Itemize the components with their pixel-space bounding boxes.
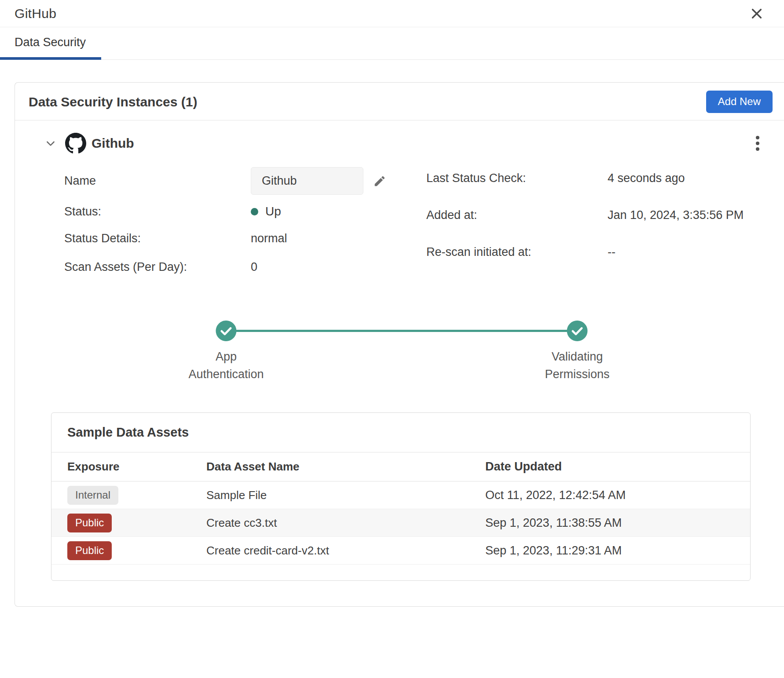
instance-details-left: Name Status: Up Status Details: normal: [64, 167, 426, 282]
data-security-instances-card: Data Security Instances (1) Add New Gith…: [15, 82, 784, 607]
step-app-authentication: App Authentication: [188, 320, 264, 383]
stepper-connector-line: [226, 330, 577, 332]
asset-name: Sample File: [206, 488, 485, 502]
table-row: Public Create cc3.txt Sep 1, 2023, 11:38…: [51, 509, 750, 537]
instances-card-header: Data Security Instances (1) Add New: [15, 83, 784, 120]
asset-name: Create credit-card-v2.txt: [206, 544, 485, 558]
close-icon: [750, 7, 764, 21]
edit-name-button[interactable]: [373, 175, 386, 188]
sample-data-assets-panel: Sample Data Assets Exposure Data Asset N…: [51, 412, 751, 581]
assets-table-body: Internal Sample File Oct 11, 2022, 12:42…: [51, 481, 750, 565]
check-circle-icon: [216, 320, 237, 342]
instance-row-header: Github: [15, 120, 784, 161]
exposure-badge: Internal: [67, 486, 118, 505]
table-row: Internal Sample File Oct 11, 2022, 12:42…: [51, 481, 750, 509]
status-details-value: normal: [251, 232, 287, 245]
step-label-line2: Permissions: [545, 365, 609, 383]
step-validating-permissions: Validating Permissions: [545, 320, 609, 383]
rescan-initiated-value: --: [608, 245, 615, 259]
check-circle-icon: [566, 320, 588, 342]
sample-data-assets-title: Sample Data Assets: [51, 413, 750, 452]
setup-progress-stepper: App Authentication Validating Permission…: [15, 303, 784, 382]
exposure-badge: Public: [67, 514, 112, 532]
asset-date: Sep 1, 2023, 11:29:31 AM: [485, 544, 750, 558]
instance-name: Github: [92, 136, 134, 151]
column-data-asset-name: Data Asset Name: [206, 460, 485, 474]
name-input[interactable]: [251, 167, 363, 195]
column-exposure: Exposure: [51, 460, 206, 474]
added-at-label: Added at:: [426, 208, 608, 222]
status-value: Up: [265, 204, 281, 219]
instances-card-title: Data Security Instances (1): [29, 95, 197, 109]
status-label: Status:: [64, 205, 251, 219]
name-label: Name: [64, 174, 251, 188]
status-up-dot-icon: [251, 208, 258, 215]
column-date-updated: Date Updated: [485, 460, 750, 474]
step-label-line1: App: [188, 348, 264, 365]
pencil-icon: [373, 175, 386, 188]
asset-name: Create cc3.txt: [206, 516, 485, 530]
scan-assets-value: 0: [251, 260, 257, 274]
last-status-check-label: Last Status Check:: [426, 171, 608, 185]
tab-data-security[interactable]: Data Security: [0, 27, 101, 60]
exposure-badge: Public: [67, 541, 112, 560]
assets-table-header: Exposure Data Asset Name Date Updated: [51, 452, 750, 481]
status-details-label: Status Details:: [64, 232, 251, 245]
step-label-line2: Authentication: [188, 365, 264, 383]
close-button[interactable]: [747, 4, 766, 23]
assets-table-footer: [51, 565, 750, 580]
asset-date: Sep 1, 2023, 11:38:55 AM: [485, 516, 750, 530]
instance-details: Name Status: Up Status Details: normal: [15, 161, 784, 282]
asset-date: Oct 11, 2022, 12:42:54 AM: [485, 488, 750, 502]
chevron-down-icon[interactable]: [45, 138, 56, 149]
rescan-initiated-label: Re-scan initiated at:: [426, 245, 608, 259]
kebab-menu-icon[interactable]: [753, 133, 762, 153]
instance-details-right: Last Status Check: 4 seconds ago Added a…: [426, 167, 766, 282]
tab-bar: Data Security: [0, 27, 784, 60]
added-at-value: Jan 10, 2024, 3:35:56 PM: [608, 208, 744, 222]
step-label-line1: Validating: [545, 348, 609, 365]
last-status-check-value: 4 seconds ago: [608, 171, 685, 185]
dialog-header: GitHub: [0, 0, 784, 27]
add-new-button[interactable]: Add New: [706, 91, 773, 113]
scan-assets-label: Scan Assets (Per Day):: [64, 260, 251, 274]
table-row: Public Create credit-card-v2.txt Sep 1, …: [51, 537, 750, 565]
github-logo-icon: [65, 133, 86, 154]
dialog-title: GitHub: [15, 6, 56, 21]
